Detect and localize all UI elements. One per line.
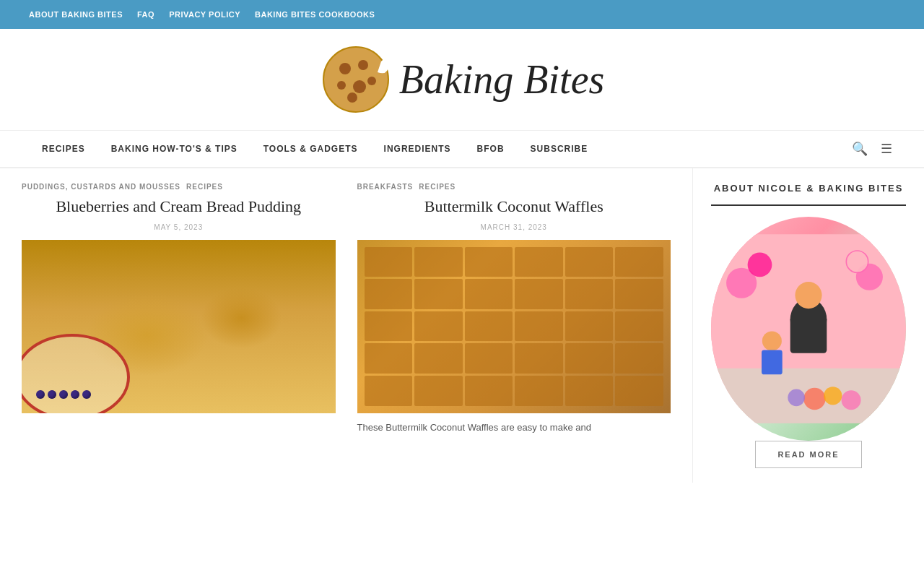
nav-tools[interactable]: TOOLS & GADGETS xyxy=(250,131,371,167)
svg-point-16 xyxy=(762,331,782,350)
post-tag-recipes-1[interactable]: RECIPES xyxy=(186,183,223,191)
post-excerpt-2: These Buttermilk Coconut Waffles are eas… xyxy=(357,420,671,436)
post-title-link-1[interactable]: Blueberries and Cream Bread Pudding xyxy=(56,197,301,215)
logo-text: Baking Bites xyxy=(399,59,605,100)
svg-point-11 xyxy=(846,251,868,272)
logo[interactable]: Baking Bites xyxy=(320,43,605,116)
logo-area: Baking Bites xyxy=(0,29,924,131)
post-image-1 xyxy=(22,240,336,413)
nav-subscribe[interactable]: SUBSCRIBE xyxy=(518,131,601,167)
sidebar-about-title: ABOUT NICOLE & BAKING BITES xyxy=(711,183,906,194)
svg-point-4 xyxy=(353,80,366,93)
privacy-link[interactable]: PRIVACY POLICY xyxy=(169,10,240,19)
post-tag-puddings[interactable]: PUDDINGS, CUSTARDS AND MOUSSES xyxy=(22,183,180,191)
svg-point-0 xyxy=(323,47,388,112)
svg-rect-15 xyxy=(790,316,827,353)
svg-point-21 xyxy=(788,389,805,407)
svg-point-20 xyxy=(842,390,861,410)
nav-bfob[interactable]: BFOB xyxy=(464,131,518,167)
nav-ingredients[interactable]: INGREDIENTS xyxy=(371,131,464,167)
post-tags-2: BREAKFASTS RECIPES xyxy=(357,183,671,191)
svg-point-6 xyxy=(347,92,357,103)
menu-button[interactable]: ☰ xyxy=(878,138,895,160)
svg-point-18 xyxy=(803,388,825,410)
main-nav: RECIPES BAKING HOW-TO'S & TIPS TOOLS & G… xyxy=(0,131,924,168)
post-item: PUDDINGS, CUSTARDS AND MOUSSES RECIPES B… xyxy=(22,183,336,435)
post-item-2: BREAKFASTS RECIPES Buttermilk Coconut Wa… xyxy=(357,183,671,435)
post-title-2: Buttermilk Coconut Waffles xyxy=(357,197,671,217)
post-tag-breakfasts[interactable]: BREAKFASTS xyxy=(357,183,414,191)
post-date-2: MARCH 31, 2023 xyxy=(357,223,671,231)
nav-recipes[interactable]: RECIPES xyxy=(29,131,98,167)
post-image-2 xyxy=(357,240,671,413)
faq-link[interactable]: FAQ xyxy=(137,10,154,19)
svg-point-19 xyxy=(824,387,842,405)
posts-grid: PUDDINGS, CUSTARDS AND MOUSSES RECIPES B… xyxy=(22,183,671,435)
sidebar-author-image xyxy=(711,217,906,441)
post-title-1: Blueberries and Cream Bread Pudding xyxy=(22,197,336,217)
nav-icons: 🔍 ☰ xyxy=(849,138,895,160)
svg-point-9 xyxy=(748,253,772,277)
svg-point-2 xyxy=(358,60,368,70)
svg-point-1 xyxy=(339,63,351,74)
post-tag-recipes-2[interactable]: RECIPES xyxy=(419,183,456,191)
about-link[interactable]: ABOUT BAKING BITES xyxy=(29,10,123,19)
sidebar-divider xyxy=(711,204,906,206)
nav-howtos[interactable]: BAKING HOW-TO'S & TIPS xyxy=(98,131,250,167)
author-photo-svg xyxy=(711,217,906,441)
page-wrapper: PUDDINGS, CUSTARDS AND MOUSSES RECIPES B… xyxy=(0,168,924,483)
svg-point-3 xyxy=(337,81,346,90)
svg-point-5 xyxy=(367,77,376,85)
svg-rect-17 xyxy=(762,350,783,375)
post-date-1: MAY 5, 2023 xyxy=(22,223,336,231)
search-button[interactable]: 🔍 xyxy=(849,138,871,160)
read-more-button[interactable]: READ MORE xyxy=(755,441,861,468)
cookie-icon xyxy=(320,43,392,116)
top-bar: ABOUT BAKING BITES FAQ PRIVACY POLICY BA… xyxy=(0,0,924,29)
cookbooks-link[interactable]: BAKING BITES COOKBOOKS xyxy=(255,10,375,19)
svg-point-14 xyxy=(795,282,821,309)
post-tags: PUDDINGS, CUSTARDS AND MOUSSES RECIPES xyxy=(22,183,336,191)
main-content: PUDDINGS, CUSTARDS AND MOUSSES RECIPES B… xyxy=(0,168,693,483)
sidebar: ABOUT NICOLE & BAKING BITES xyxy=(693,168,924,483)
post-image-link-1[interactable] xyxy=(22,240,336,413)
post-image-link-2[interactable] xyxy=(357,240,671,413)
post-title-link-2[interactable]: Buttermilk Coconut Waffles xyxy=(424,197,603,215)
